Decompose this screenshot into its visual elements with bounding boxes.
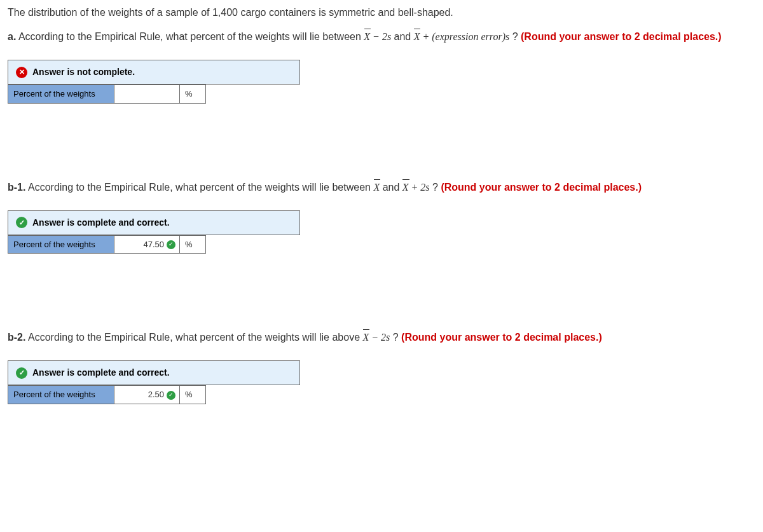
part-b2-label: b-2.	[8, 332, 25, 343]
status-text: Answer is not complete.	[32, 65, 135, 79]
xbar-symbol: X	[414, 29, 420, 44]
xbar-symbol: X	[373, 180, 380, 195]
unit-label: %	[180, 386, 206, 404]
unit-label: %	[180, 85, 206, 104]
status-bar-incomplete: ✕ Answer is not complete.	[8, 60, 300, 85]
part-b1-prompt: b-1. According to the Empirical Rule, wh…	[8, 180, 755, 195]
intro-text: The distribution of the weights of a sam…	[8, 5, 755, 20]
row-label: Percent of the weights	[8, 386, 114, 404]
status-bar-correct: ✓ Answer is complete and correct.	[8, 360, 300, 385]
row-label: Percent of the weights	[8, 85, 114, 104]
part-b1-label: b-1.	[8, 182, 25, 193]
round-instruction: (Round your answer to 2 decimal places.)	[401, 332, 602, 343]
table-row: Percent of the weights %	[8, 85, 206, 104]
part-b2-prompt: b-2. According to the Empirical Rule, wh…	[8, 330, 755, 345]
error-icon: ✕	[16, 67, 27, 78]
status-bar-correct: ✓ Answer is complete and correct.	[8, 210, 300, 235]
table-row: Percent of the weights 2.50✓ %	[8, 386, 206, 404]
answer-table-b1: Percent of the weights 47.50✓ %	[8, 235, 206, 254]
answer-input-b1[interactable]: 47.50✓	[114, 235, 180, 254]
status-text: Answer is complete and correct.	[32, 366, 170, 379]
check-icon: ✓	[16, 367, 27, 379]
table-row: Percent of the weights 47.50✓ %	[8, 235, 206, 254]
check-icon: ✓	[167, 391, 175, 400]
check-icon: ✓	[167, 240, 175, 249]
answer-input-b2[interactable]: 2.50✓	[114, 386, 180, 404]
unit-label: %	[180, 235, 206, 254]
part-a-label: a.	[8, 31, 16, 42]
round-instruction: (Round your answer to 2 decimal places.)	[441, 182, 642, 193]
answer-table-b2: Percent of the weights 2.50✓ %	[8, 385, 206, 404]
xbar-symbol: X	[363, 330, 369, 345]
check-icon: ✓	[16, 217, 27, 228]
round-instruction: (Round your answer to 2 decimal places.)	[521, 31, 722, 42]
answer-table-a: Percent of the weights %	[8, 85, 206, 104]
part-a-prompt: a. According to the Empirical Rule, what…	[8, 29, 755, 44]
answer-input-a[interactable]	[114, 85, 180, 104]
xbar-symbol: X	[402, 180, 409, 195]
row-label: Percent of the weights	[8, 235, 114, 254]
xbar-symbol: X	[364, 29, 370, 44]
status-text: Answer is complete and correct.	[32, 216, 170, 229]
